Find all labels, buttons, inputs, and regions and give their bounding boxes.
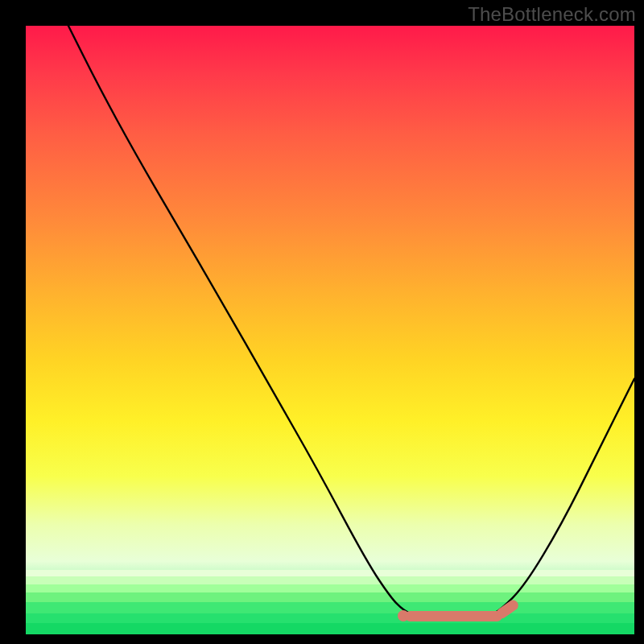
watermark-text: TheBottleneck.com bbox=[468, 3, 636, 26]
plot-area bbox=[26, 26, 634, 634]
bottleneck-curve bbox=[26, 26, 634, 634]
optimal-flat-bar bbox=[405, 611, 502, 621]
chart-frame: TheBottleneck.com bbox=[0, 0, 644, 644]
